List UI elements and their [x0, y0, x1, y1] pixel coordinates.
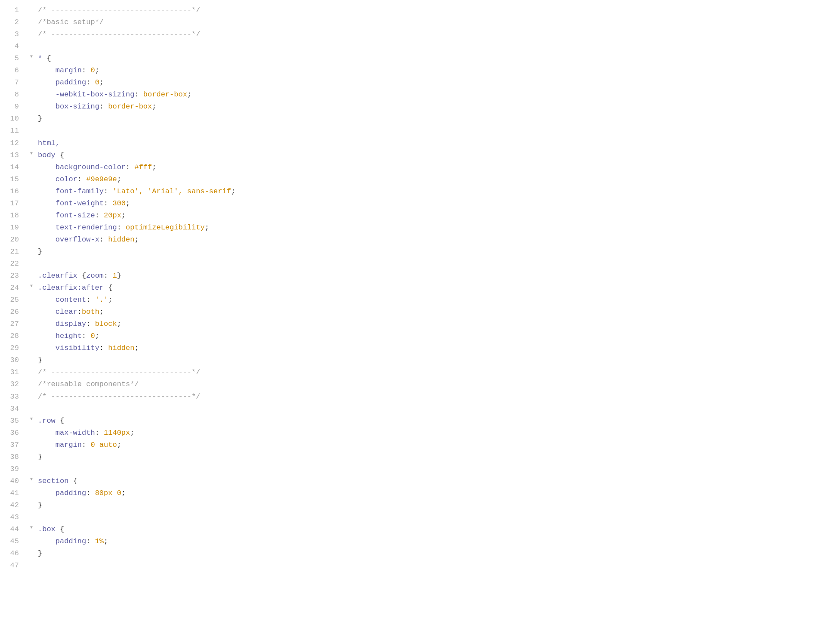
- token-comment: /* --------------------------------*/: [38, 366, 200, 378]
- line-number: 30: [7, 354, 19, 366]
- token-indent: [38, 535, 56, 548]
- code-line: color: #9e9e9e;: [30, 173, 836, 186]
- token-indent: [38, 439, 56, 451]
- token-punctuation: }: [117, 270, 121, 282]
- token-indent: [38, 101, 56, 113]
- code-line: [30, 560, 836, 572]
- code-line: padding: 0;: [30, 77, 836, 89]
- line-number: 6: [7, 65, 19, 77]
- token-punctuation: ;: [108, 294, 112, 306]
- token-value: block: [95, 318, 117, 330]
- token-punctuation: }: [38, 354, 42, 366]
- token-indent: [38, 330, 56, 342]
- line-number: 34: [7, 403, 19, 415]
- token-value: 'Lato', 'Arial', sans-serif: [112, 186, 231, 198]
- line-number: 41: [7, 487, 19, 499]
- token-indent: [38, 173, 56, 186]
- token-property: margin: [56, 65, 82, 77]
- line-number: 7: [7, 77, 19, 89]
- line-number: 33: [7, 391, 19, 403]
- token-property: display: [56, 318, 86, 330]
- fold-arrow[interactable]: [30, 475, 37, 483]
- fold-arrow[interactable]: [30, 282, 37, 290]
- token-property: overflow-x: [56, 234, 99, 246]
- code-line: -webkit-box-sizing: border-box;: [30, 89, 836, 101]
- code-line: .clearfix {zoom: 1}: [30, 270, 836, 282]
- token-punctuation: :: [77, 173, 86, 186]
- code-area[interactable]: /* --------------------------------*//*b…: [26, 4, 840, 615]
- code-line: /* --------------------------------*/: [30, 366, 836, 378]
- fold-arrow[interactable]: [30, 415, 37, 423]
- token-indent: [38, 77, 56, 89]
- token-punctuation: ;: [231, 186, 235, 198]
- code-line: }: [30, 451, 836, 463]
- line-number: 47: [7, 560, 19, 572]
- line-number: 8: [7, 89, 19, 101]
- line-number: 2: [7, 16, 19, 28]
- token-property: padding: [56, 77, 86, 89]
- line-number: 13: [7, 149, 19, 161]
- code-line: text-rendering: optimizeLegibility;: [30, 222, 836, 234]
- token-punctuation: ;: [187, 89, 191, 101]
- token-comment: /* --------------------------------*/: [38, 28, 200, 40]
- token-value: 0: [90, 65, 95, 77]
- token-punctuation: ;: [130, 427, 134, 439]
- token-punctuation: }: [38, 548, 42, 560]
- line-number: 39: [7, 463, 19, 475]
- token-selector: html,: [38, 137, 60, 149]
- code-line: display: block;: [30, 318, 836, 330]
- token-punctuation: {: [46, 53, 51, 65]
- code-line: }: [30, 354, 836, 366]
- code-line: font-size: 20px;: [30, 210, 836, 222]
- token-indent: [38, 89, 56, 101]
- token-selector: body: [38, 149, 60, 161]
- token-comment: /* --------------------------------*/: [38, 4, 200, 16]
- code-line: [30, 403, 836, 415]
- line-number: 44: [7, 523, 19, 535]
- token-property: background-color: [56, 161, 126, 173]
- code-line: /* --------------------------------*/: [30, 4, 836, 16]
- token-property: clear: [56, 306, 77, 318]
- code-line: max-width: 1140px;: [30, 427, 836, 439]
- code-line: padding: 80px 0;: [30, 487, 836, 499]
- line-number: 26: [7, 306, 19, 318]
- fold-arrow[interactable]: [30, 149, 37, 158]
- token-value: 300: [112, 198, 126, 210]
- token-punctuation: :: [95, 427, 104, 439]
- line-number: 1: [7, 4, 19, 16]
- token-value: '.': [95, 294, 108, 306]
- token-punctuation: :: [86, 487, 95, 499]
- fold-arrow[interactable]: [30, 53, 37, 61]
- token-punctuation: :: [104, 198, 112, 210]
- token-indent: [38, 198, 56, 210]
- token-property: text-rendering: [56, 222, 117, 234]
- token-punctuation: ;: [104, 535, 108, 548]
- token-punctuation: :: [126, 161, 134, 173]
- token-indent: [38, 161, 56, 173]
- line-number: 31: [7, 366, 19, 378]
- token-selector: .clearfix: [38, 270, 82, 282]
- code-line: clear:both;: [30, 306, 836, 318]
- token-punctuation: :: [82, 439, 90, 451]
- line-number: 15: [7, 173, 19, 186]
- token-value: #fff: [134, 161, 152, 173]
- token-property: color: [56, 173, 77, 186]
- code-line: /*basic setup*/: [30, 16, 836, 28]
- line-number: 4: [7, 40, 19, 53]
- token-selector: .clearfix:after: [38, 282, 108, 294]
- code-line: .box {: [30, 523, 836, 535]
- token-punctuation: ;: [205, 222, 209, 234]
- token-selector: section: [38, 475, 73, 487]
- token-indent: [38, 65, 56, 77]
- fold-arrow[interactable]: [30, 523, 37, 532]
- code-line: font-weight: 300;: [30, 198, 836, 210]
- token-property: margin: [56, 439, 82, 451]
- token-punctuation: :: [86, 294, 95, 306]
- code-line: [30, 40, 836, 53]
- code-line: }: [30, 246, 836, 258]
- code-line: /* --------------------------------*/: [30, 28, 836, 40]
- line-number: 28: [7, 330, 19, 342]
- token-punctuation: :: [82, 330, 90, 342]
- line-number: 38: [7, 451, 19, 463]
- token-value: 1140px: [104, 427, 130, 439]
